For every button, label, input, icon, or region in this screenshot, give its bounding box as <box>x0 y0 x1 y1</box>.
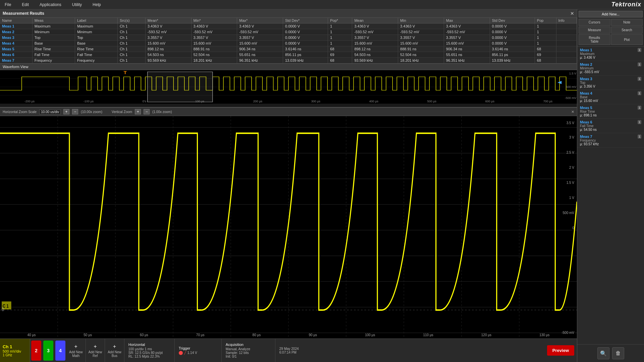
trigger-slope-icon: ╱ <box>184 351 186 355</box>
cell-max1: 96.351 kHz <box>237 58 283 63</box>
menu-file[interactable]: File <box>3 2 13 8</box>
measurement-list-item[interactable]: Meas 1 1 Maximum µ: 3.436 V <box>577 47 644 61</box>
add-new-button[interactable]: Add New... <box>579 11 643 17</box>
table-row[interactable]: Meas 7 Frequency Frequency Ch 1 93.569 k… <box>0 58 577 63</box>
cell-pop1: 69 <box>328 52 352 58</box>
bottom-bar: Ch 1 500 mV/div 1 GHz 2 3 4 + Add New Ma… <box>0 339 577 362</box>
channel-4-button[interactable]: 4 <box>55 341 65 361</box>
measure-button[interactable]: Measure <box>579 27 610 34</box>
cell-pop1: 1 <box>328 23 352 29</box>
preview-button[interactable]: Preview <box>547 345 574 356</box>
meas-item-badge: 1 <box>638 135 641 139</box>
measurement-list-item[interactable]: Meas 7 1 Frequency µ: 93.57 kHz <box>577 133 644 148</box>
add-new-ref-button[interactable]: + Add New Ref <box>86 339 105 362</box>
svg-text:T: T <box>124 70 127 75</box>
cell-info <box>556 52 577 58</box>
measurement-list-item[interactable]: Meas 5 1 Rise Time µ: 898.1 ns <box>577 104 644 119</box>
cursors-button[interactable]: Cursors <box>579 19 610 26</box>
right-panel: Add New... Cursors Note Measure Search R… <box>577 9 644 362</box>
search-button[interactable]: Search <box>611 27 643 34</box>
cell-mean2: 93.569 kHz <box>352 58 398 63</box>
meas-item-value: µ: 3.356 V <box>580 85 641 88</box>
menu-help[interactable]: Help <box>91 2 103 8</box>
acquisition-row1: Manual, Analyze <box>226 347 271 351</box>
overview-canvas[interactable]: T ◀ -200 µs -100 µs 0's 100 µs 200 µs 30… <box>0 70 577 104</box>
date-info: 29 May 2024 6:07:14 PM <box>275 339 303 362</box>
h-zoom-label: Horizontal Zoom Scale <box>3 110 37 114</box>
measurement-results-header: Measurement Results ✕ <box>0 9 577 18</box>
cell-meas: Minimum <box>32 29 75 35</box>
v-zoom-plus[interactable]: + <box>135 109 141 114</box>
cell-max1: 55.651 ns <box>237 52 283 58</box>
measurement-list-item[interactable]: Meas 3 1 Top µ: 3.356 V <box>577 75 644 90</box>
cell-meas: Base <box>32 41 75 46</box>
table-row[interactable]: Meas 4 Base Base Ch 1 15.600 mV 15.600 m… <box>0 41 577 46</box>
cell-mean1: -593.52 mV <box>145 29 191 35</box>
cell-min1: -593.52 mV <box>191 29 237 35</box>
cell-stddev1: 3.6146 ns <box>283 46 328 52</box>
h-zoom-minus[interactable]: − <box>72 109 78 114</box>
add-new-bus-button[interactable]: + Add New Bus <box>105 339 124 362</box>
meas-item-value: µ: 93.57 kHz <box>580 142 641 146</box>
measurement-list-item[interactable]: Meas 4 1 Base µ: 15.60 mV <box>577 90 644 104</box>
cell-meas: Rise Time <box>32 46 75 52</box>
main-waveform[interactable]: C 1 0 3.5 V 3 V 2.5 V 2 V 1.5 V 1 V 500 … <box>0 116 577 339</box>
h-zoom-value[interactable]: 10.00 us/div <box>39 109 61 114</box>
menu-utility[interactable]: Utility <box>70 2 84 8</box>
table-row[interactable]: Meas 5 Rise Time Rise Time Ch 1 898.12 n… <box>0 46 577 52</box>
ch1-status[interactable]: Ch 1 500 mV/div 1 GHz <box>0 339 30 362</box>
v-zoom-text: (1.00x zoom) <box>152 110 172 114</box>
close-meas-results-button[interactable]: ✕ <box>570 11 574 16</box>
table-row[interactable]: Meas 1 Maximum Maximum Ch 1 3.4363 V 3.4… <box>0 23 577 29</box>
menu-applications[interactable]: Applications <box>38 2 63 8</box>
measurement-list-item[interactable]: Meas 6 1 Fall Time µ: 54.50 ns <box>577 119 644 133</box>
col-min1: Min* <box>191 18 237 23</box>
cell-meas: Frequency <box>32 58 75 63</box>
cell-info <box>556 23 577 29</box>
bottom-right-icons: 🔍 🗑 <box>577 344 644 362</box>
table-row[interactable]: Meas 6 Fall Time Fall Time Ch 1 54.503 n… <box>0 52 577 58</box>
date-line2: 6:07:14 PM <box>279 351 299 354</box>
v-zoom-minus[interactable]: − <box>144 109 150 114</box>
svg-rect-3 <box>148 72 213 102</box>
menu-edit[interactable]: Edit <box>20 2 31 8</box>
add-math-sublabel: Math <box>72 354 79 358</box>
cell-src: Ch 1 <box>118 29 146 35</box>
results-table-button[interactable]: ResultsTable <box>579 34 610 45</box>
cell-max2: -593.52 mV <box>444 29 490 35</box>
measurement-list-item[interactable]: Meas 2 1 Minimum µ: -593.5 mV <box>577 61 644 75</box>
cell-pop1: 1 <box>328 41 352 46</box>
col-src: Src(s) <box>118 18 146 23</box>
h-zoom-plus[interactable]: + <box>63 109 69 114</box>
measurement-results-panel: Measurement Results ✕ Name Meas Label Sr… <box>0 9 577 64</box>
zoom-icon-button[interactable]: 🔍 <box>597 347 609 359</box>
cell-pop2: 1 <box>535 35 556 41</box>
x-label-80: 80 µs <box>253 333 261 337</box>
plot-button[interactable]: Plot <box>611 34 643 45</box>
cell-mean2: 898.12 ns <box>352 46 398 52</box>
table-row[interactable]: Meas 3 Top Top Ch 1 3.3557 V 3.3557 V 3.… <box>0 35 577 41</box>
x-label-40: 40 µs <box>28 333 36 337</box>
cell-pop2: 1 <box>535 29 556 35</box>
zoom-close-button[interactable]: ✕ <box>571 110 574 114</box>
meas-item-id: Meas 4 <box>580 91 592 95</box>
col-mean2: Mean <box>352 18 398 23</box>
delete-icon-button[interactable]: 🗑 <box>612 347 624 359</box>
note-button[interactable]: Note <box>611 19 643 26</box>
cell-src: Ch 1 <box>118 35 146 41</box>
cell-name: Meas 6 <box>0 52 32 58</box>
ch1-name: Ch 1 <box>3 344 27 349</box>
channel-3-button[interactable]: 3 <box>43 341 53 361</box>
zoom-controls: Horizontal Zoom Scale 10.00 us/div + − (… <box>0 107 577 116</box>
cell-src: Ch 1 <box>118 23 146 29</box>
svg-text:0: 0 <box>2 307 4 312</box>
table-row[interactable]: Meas 2 Minimum Minimum Ch 1 -593.52 mV -… <box>0 29 577 35</box>
x-label-110: 110 µs <box>423 333 433 337</box>
channel-2-button[interactable]: 2 <box>31 341 41 361</box>
cell-pop1: 68 <box>328 58 352 63</box>
horizontal-row1: 100 µs/div 1 ms <box>128 347 170 351</box>
cell-pop2: 69 <box>535 52 556 58</box>
add-new-math-button[interactable]: + Add New Math <box>66 339 86 362</box>
meas-item-badge: 1 <box>638 106 641 110</box>
cell-src: Ch 1 <box>118 46 146 52</box>
